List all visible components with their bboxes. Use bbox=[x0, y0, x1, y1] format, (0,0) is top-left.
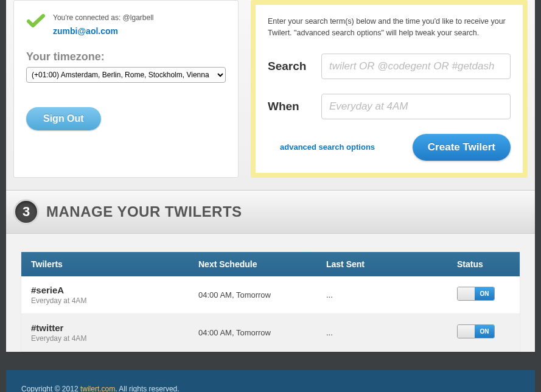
create-twilert-panel: Enter your search term(s) below and the … bbox=[251, 0, 528, 178]
connected-label: You're connected as: @lgarbell bbox=[53, 13, 153, 22]
timezone-label: Your timezone: bbox=[26, 51, 226, 63]
last-sent: ... bbox=[326, 328, 457, 337]
table-header-row: Twilerts Next Schedule Last Sent Status bbox=[21, 252, 520, 276]
timezone-select[interactable]: (+01:00) Amsterdam, Berlin, Rome, Stockh… bbox=[26, 67, 226, 83]
manage-twilerts-header: 3 MANAGE YOUR TWILERTS bbox=[6, 190, 535, 234]
search-label: Search bbox=[268, 60, 309, 73]
col-header-lastsent: Last Sent bbox=[326, 259, 457, 269]
footer: Copyright © 2012 twilert.com. All rights… bbox=[6, 370, 535, 393]
table-row: #serieA Everyday at 4AM 04:00 AM, Tomorr… bbox=[21, 276, 520, 314]
copyright-suffix: . All rights reserved. bbox=[115, 385, 179, 393]
twilert-frequency: Everyday at 4AM bbox=[31, 334, 198, 343]
create-twilert-button[interactable]: Create Twilert bbox=[413, 134, 511, 161]
step-number-badge: 3 bbox=[13, 199, 39, 225]
twilerts-table: Twilerts Next Schedule Last Sent Status … bbox=[21, 252, 520, 352]
account-panel: You're connected as: @lgarbell zumbi@aol… bbox=[13, 0, 239, 178]
col-header-schedule: Next Schedule bbox=[198, 259, 326, 269]
signout-button[interactable]: Sign Out bbox=[26, 107, 101, 130]
toggle-handle bbox=[458, 325, 475, 338]
twilert-name[interactable]: #serieA bbox=[31, 285, 198, 295]
next-schedule: 04:00 AM, Tomorrow bbox=[198, 290, 326, 299]
account-email-link[interactable]: zumbi@aol.com bbox=[53, 26, 153, 36]
twilert-name[interactable]: #twitter bbox=[31, 323, 198, 333]
copyright-text: Copyright © 2012 bbox=[21, 385, 80, 393]
when-input[interactable] bbox=[321, 94, 511, 119]
toggle-on-label: ON bbox=[475, 287, 494, 300]
col-header-status: Status bbox=[457, 259, 510, 269]
section-title: MANAGE YOUR TWILERTS bbox=[46, 203, 242, 220]
when-label: When bbox=[268, 100, 309, 113]
twilert-frequency: Everyday at 4AM bbox=[31, 296, 198, 305]
status-toggle[interactable]: ON bbox=[457, 287, 495, 301]
next-schedule: 04:00 AM, Tomorrow bbox=[198, 328, 326, 337]
search-input[interactable] bbox=[321, 54, 511, 79]
table-row: #twitter Everyday at 4AM 04:00 AM, Tomor… bbox=[21, 314, 520, 352]
intro-text: Enter your search term(s) below and the … bbox=[268, 16, 511, 39]
toggle-on-label: ON bbox=[475, 325, 494, 338]
footer-link[interactable]: twilert.com bbox=[80, 385, 115, 393]
status-toggle[interactable]: ON bbox=[457, 324, 495, 338]
checkmark-icon bbox=[26, 14, 46, 29]
advanced-search-link[interactable]: advanced search options bbox=[280, 142, 375, 152]
last-sent: ... bbox=[326, 290, 457, 299]
col-header-twilerts: Twilerts bbox=[31, 259, 198, 269]
toggle-handle bbox=[458, 287, 475, 300]
